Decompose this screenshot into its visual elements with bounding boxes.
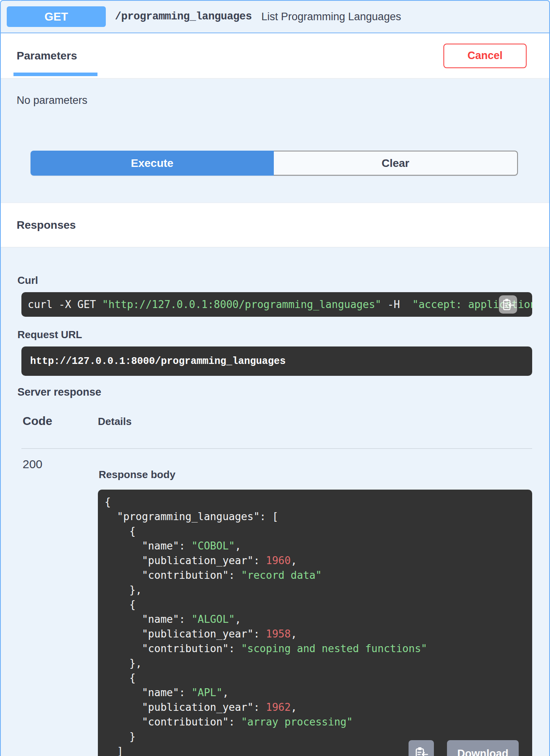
- tab-parameters[interactable]: Parameters: [17, 50, 77, 62]
- responses-body: Curl curl -X GET "http://127.0.0.1:8000/…: [1, 247, 549, 756]
- copy-to-clipboard-icon: [502, 298, 514, 311]
- details-column-header: Details: [98, 415, 532, 428]
- clear-button[interactable]: Clear: [274, 151, 518, 176]
- execute-button[interactable]: Execute: [31, 151, 274, 176]
- server-response-label: Server response: [17, 386, 532, 398]
- no-parameters-message: No parameters: [17, 94, 549, 107]
- response-body-actions: Download: [409, 740, 519, 756]
- operation-panel: GET /programming_languages List Programm…: [0, 0, 550, 756]
- curl-command-block: curl -X GET "http://127.0.0.1:8000/progr…: [21, 292, 532, 317]
- download-button[interactable]: Download: [447, 740, 519, 756]
- responses-title: Responses: [17, 219, 76, 232]
- parameters-body: No parameters Execute Clear: [1, 78, 549, 203]
- responses-header: Responses: [1, 203, 549, 247]
- copy-to-clipboard-button[interactable]: [499, 295, 517, 314]
- execute-button-group: Execute Clear: [31, 151, 518, 176]
- response-body-block: { "programming_languages": [ { "name": "…: [98, 490, 532, 756]
- copy-to-clipboard-button[interactable]: [409, 740, 434, 756]
- request-url-label: Request URL: [17, 329, 532, 341]
- code-column-header: Code: [21, 414, 98, 428]
- request-url-block: http://127.0.0.1:8000/programming_langua…: [21, 346, 532, 376]
- operation-description: List Programming Languages: [261, 11, 401, 23]
- response-body-label: Response body: [99, 469, 532, 481]
- copy-to-clipboard-icon: [414, 746, 428, 756]
- request-url-value: http://127.0.0.1:8000/programming_langua…: [21, 356, 286, 367]
- parameters-header: Parameters Cancel: [1, 33, 549, 78]
- server-response-table: Code Details 200 Response body { "progra…: [21, 414, 532, 756]
- status-code: 200: [21, 457, 98, 756]
- curl-label: Curl: [17, 274, 532, 287]
- curl-command-text[interactable]: curl -X GET "http://127.0.0.1:8000/progr…: [21, 299, 532, 310]
- active-tab-underline: [13, 73, 97, 76]
- server-response-row: 200 Response body { "programming_languag…: [21, 457, 532, 756]
- server-response-table-header: Code Details: [21, 414, 532, 449]
- cancel-button[interactable]: Cancel: [443, 44, 527, 68]
- response-body-json[interactable]: { "programming_languages": [ { "name": "…: [98, 490, 532, 756]
- operation-path: /programming_languages: [115, 11, 252, 23]
- operation-summary[interactable]: GET /programming_languages List Programm…: [1, 1, 549, 33]
- http-method-badge: GET: [7, 6, 106, 27]
